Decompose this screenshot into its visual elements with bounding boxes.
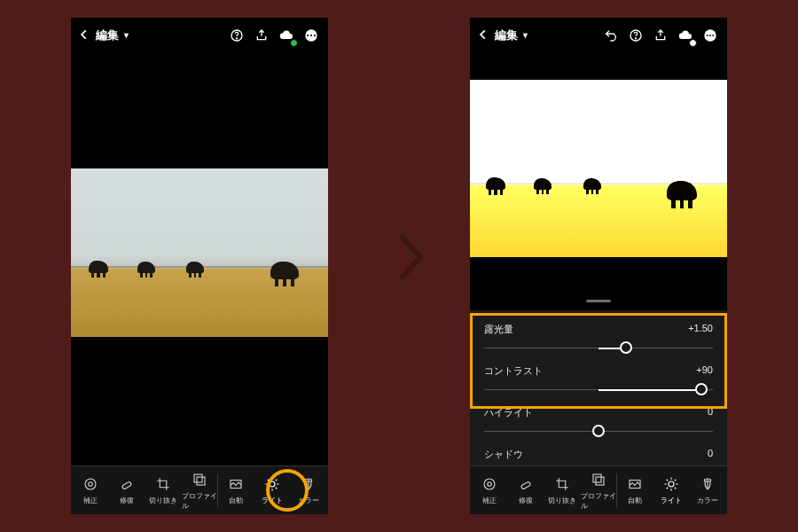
crop-icon xyxy=(154,475,172,493)
tool-label: カラー xyxy=(697,496,718,505)
tool-label: ライト xyxy=(262,496,283,505)
svg-point-21 xyxy=(707,35,708,36)
svg-point-11 xyxy=(89,482,93,487)
lens-icon xyxy=(481,475,498,493)
undo-icon[interactable] xyxy=(601,26,621,45)
slider-contrast[interactable]: コントラスト +90 xyxy=(470,357,727,399)
back-button[interactable] xyxy=(477,27,489,45)
slider-value: 0 xyxy=(708,448,713,461)
slider-label: シャドウ xyxy=(484,448,523,461)
svg-point-23 xyxy=(712,35,714,36)
light-panel: 露光量 +1.50 コントラスト +90 ハイライト 0 xyxy=(470,310,727,466)
tool-light[interactable]: ライト xyxy=(254,466,290,514)
svg-point-22 xyxy=(709,35,711,36)
svg-rect-26 xyxy=(521,481,531,489)
page-title[interactable]: 編集 ▼ xyxy=(96,27,130,43)
heal-icon xyxy=(118,475,136,493)
tool-label: ライト xyxy=(661,496,682,505)
lens-icon xyxy=(82,475,99,493)
tool-heal[interactable]: 修復 xyxy=(508,466,544,514)
auto-icon xyxy=(626,475,644,493)
tool-auto[interactable]: 自動 xyxy=(217,466,254,514)
back-button[interactable] xyxy=(78,27,90,45)
page-title[interactable]: 編集 ▼ xyxy=(495,27,529,43)
subject-elephant xyxy=(583,178,601,190)
tool-label: 切り抜き xyxy=(548,496,576,505)
tool-label: 補正 xyxy=(482,496,497,505)
svg-point-8 xyxy=(310,35,312,36)
tool-color[interactable]: カラー xyxy=(290,466,326,514)
photo-preview[interactable] xyxy=(470,80,727,257)
svg-point-25 xyxy=(488,482,492,487)
tool-lens[interactable]: 補正 xyxy=(472,466,508,514)
tool-crop[interactable]: 切り抜き xyxy=(544,466,581,514)
tool-color[interactable]: カラー xyxy=(689,466,725,514)
tool-label: 自動 xyxy=(229,496,243,505)
slider-value: +90 xyxy=(696,364,713,378)
topbar: 編集 ▼ xyxy=(71,18,328,53)
svg-rect-12 xyxy=(122,481,132,489)
caret-down-icon: ▼ xyxy=(521,31,529,40)
svg-rect-28 xyxy=(596,477,604,485)
svg-point-7 xyxy=(307,35,309,36)
phone-before: 編集 ▼ 補正 修復 xyxy=(71,18,328,514)
tool-lens[interactable]: 補正 xyxy=(73,466,109,514)
tool-crop[interactable]: 切り抜き xyxy=(145,466,182,514)
subject-elephant xyxy=(486,177,505,190)
tool-label: 切り抜き xyxy=(149,496,177,505)
help-icon[interactable] xyxy=(227,26,246,45)
tool-heal[interactable]: 修復 xyxy=(109,466,145,514)
cloud-sync-icon[interactable] xyxy=(676,26,695,45)
auto-icon xyxy=(227,475,245,493)
tool-label: 補正 xyxy=(83,496,98,505)
tool-auto[interactable]: 自動 xyxy=(616,466,653,514)
more-icon[interactable] xyxy=(700,26,720,45)
slider-label: コントラスト xyxy=(484,364,543,378)
profile-icon xyxy=(590,471,607,489)
light-icon xyxy=(662,475,680,493)
subject-elephant xyxy=(270,262,299,279)
bottom-toolbar: 補正 修復 切り抜き プロファイル 自動 ライト カラー xyxy=(470,466,727,514)
light-icon xyxy=(263,475,281,493)
crop-icon xyxy=(553,475,571,493)
topbar: 編集 ▼ xyxy=(470,18,727,53)
share-icon[interactable] xyxy=(651,26,670,45)
page-title-text: 編集 xyxy=(495,27,518,43)
slider-shadow[interactable]: シャドウ 0 xyxy=(470,441,727,466)
cloud-sync-icon[interactable] xyxy=(277,26,296,45)
page-title-text: 編集 xyxy=(96,27,119,43)
slider-label: ハイライト xyxy=(484,406,533,419)
svg-rect-27 xyxy=(593,474,601,482)
slider-highlight[interactable]: ハイライト 0 xyxy=(470,399,727,441)
share-icon[interactable] xyxy=(252,26,271,45)
panel-drag-handle[interactable] xyxy=(586,300,611,302)
svg-point-30 xyxy=(669,481,674,487)
svg-point-16 xyxy=(270,481,275,487)
heal-icon xyxy=(517,475,535,493)
color-icon xyxy=(699,475,716,493)
tool-profile[interactable]: プロファイル xyxy=(581,466,617,514)
tool-label: カラー xyxy=(298,496,319,505)
svg-point-24 xyxy=(484,479,495,489)
more-icon[interactable] xyxy=(301,26,321,45)
tool-light[interactable]: ライト xyxy=(653,466,689,514)
photo-preview[interactable] xyxy=(71,168,328,337)
svg-point-19 xyxy=(635,38,636,39)
transition-arrow-icon xyxy=(390,231,433,284)
subject-elephant xyxy=(137,262,155,273)
subject-elephant xyxy=(89,261,108,273)
phone-after: 編集 ▼ 露光量 +1.50 xyxy=(470,18,727,514)
svg-rect-13 xyxy=(194,474,202,482)
slider-value: 0 xyxy=(708,406,713,419)
slider-exposure[interactable]: 露光量 +1.50 xyxy=(470,316,727,357)
profile-icon xyxy=(191,471,208,489)
tool-label: 自動 xyxy=(628,496,642,505)
color-icon xyxy=(300,475,317,493)
slider-value: +1.50 xyxy=(688,323,713,336)
svg-point-9 xyxy=(314,35,316,36)
tool-profile[interactable]: プロファイル xyxy=(182,466,218,514)
help-icon[interactable] xyxy=(626,26,645,45)
svg-point-10 xyxy=(85,479,96,489)
tool-label: プロファイル xyxy=(182,491,218,511)
bottom-toolbar: 補正 修復 切り抜き プロファイル 自動 ライト カラー xyxy=(71,466,328,514)
